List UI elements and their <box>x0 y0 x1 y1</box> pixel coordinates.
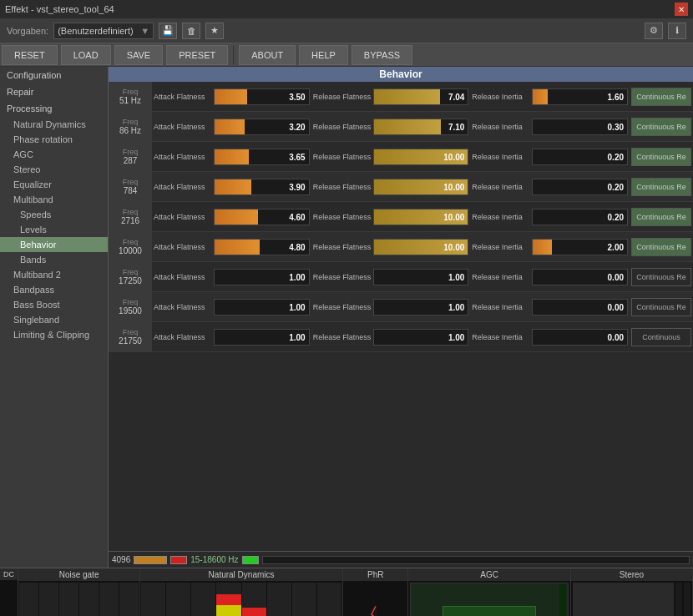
sidebar-item-limiting-&-clipping[interactable]: Limiting & Clipping <box>0 327 108 342</box>
preset-save-button[interactable]: 💾 <box>159 23 177 39</box>
continuous-btn-2[interactable]: Continuous Re <box>631 148 691 166</box>
sidebar-item-processing[interactable]: Processing <box>0 100 108 117</box>
ctrl-val-attack-1: 3.20 <box>289 122 305 131</box>
ctrl-bar-release-2[interactable]: 10.00 <box>373 149 469 165</box>
sidebar-item-stereo[interactable]: Stereo <box>0 162 108 177</box>
freq-left-indicator[interactable] <box>134 556 167 564</box>
ctrl-bar-attack-0[interactable]: 3.50 <box>214 88 310 105</box>
ctrl-bar-release-8[interactable]: 1.00 <box>373 329 469 346</box>
meter-nd-body <box>140 581 342 616</box>
dropdown-arrow-icon: ▼ <box>140 26 149 36</box>
sidebar-item-multiband-2[interactable]: Multiband 2 <box>0 267 108 282</box>
nd-col5 <box>242 583 266 616</box>
continuous-btn-4[interactable]: Continuous Re <box>631 208 691 226</box>
ctrl-bar-attack-8[interactable]: 1.00 <box>214 329 310 346</box>
ctrl-val-attack-5: 4.80 <box>289 242 305 251</box>
sidebar-item-singleband[interactable]: Singleband <box>0 312 108 327</box>
continuous-btn-8[interactable]: Continuous <box>631 328 691 346</box>
continuous-btn-3[interactable]: Continuous Re <box>631 178 691 196</box>
sidebar-item-configuration[interactable]: Configuration <box>0 67 108 83</box>
sidebar-item-phase-rotation[interactable]: Phase rotation <box>0 132 108 147</box>
band-grid: Freq51 HzAttack Flatness3.50Release Flat… <box>109 82 693 551</box>
continuous-btn-1[interactable]: Continuous Re <box>631 118 691 136</box>
meter-stereo: Stereo <box>571 568 693 616</box>
agc-bars <box>411 583 568 616</box>
ctrl-bar-attack-1[interactable]: 3.20 <box>214 119 310 135</box>
ctrl-bar-release-6[interactable]: 1.00 <box>373 269 469 285</box>
ctrl-bar-attack-2[interactable]: 3.65 <box>214 149 310 165</box>
freq-range-display: 15-18600 Hz <box>190 555 238 564</box>
ctrl-bar-attack-5[interactable]: 4.80 <box>214 239 310 255</box>
stereo-main <box>573 583 674 616</box>
ctrl-release-6: Release Flatness1.00 <box>311 267 471 287</box>
continuous-btn-5[interactable]: Continuous Re <box>631 238 691 256</box>
continuous-btn-7[interactable]: Continuous Re <box>631 298 691 316</box>
freq-label-2: Freq287 <box>109 142 152 171</box>
ctrl-label-release-3: Release Flatness <box>313 183 372 191</box>
ctrl-bar-inertia-5[interactable]: 2.00 <box>532 239 628 255</box>
settings-button[interactable]: ⚙ <box>645 23 663 39</box>
ctrl-bar-release-1[interactable]: 7.10 <box>373 119 469 135</box>
ctrl-bar-release-3[interactable]: 10.00 <box>373 179 469 195</box>
freq-label-3: Freq784 <box>109 172 152 201</box>
ctrl-val-attack-8: 1.00 <box>289 332 305 341</box>
sidebar-item-behavior[interactable]: Behavior <box>0 237 108 252</box>
sidebar-item-multiband[interactable]: Multiband <box>0 192 108 207</box>
bypass-button[interactable]: BYPASS <box>352 45 412 65</box>
sidebar-item-repair[interactable]: Repair <box>0 83 108 100</box>
info-button[interactable]: ℹ <box>668 23 686 39</box>
continuous-btn-6[interactable]: Continuous Re <box>631 268 691 286</box>
ctrl-val-inertia-5: 2.00 <box>608 242 624 251</box>
freq-bar-track[interactable] <box>262 556 690 564</box>
band-row-4: Freq2716Attack Flatness4.60Release Flatn… <box>109 202 693 232</box>
continuous-btn-0[interactable]: Continuous Re <box>631 88 691 106</box>
sidebar-item-natural-dynamics[interactable]: Natural Dynamics <box>0 117 108 132</box>
ctrl-bar-attack-7[interactable]: 1.00 <box>214 299 310 316</box>
sidebar-item-bass-boost[interactable]: Bass Boost <box>0 297 108 312</box>
ctrl-label-inertia-6: Release Inertia <box>472 273 530 281</box>
sidebar-item-bands[interactable]: Bands <box>0 252 108 267</box>
ctrl-bar-attack-4[interactable]: 4.60 <box>214 209 310 225</box>
help-button[interactable]: HELP <box>299 45 348 65</box>
ctrl-label-release-4: Release Flatness <box>313 213 372 221</box>
meter-phr-title: PhR <box>343 568 407 581</box>
presets-dropdown[interactable]: (Benutzerdefiniert) ▼ <box>53 23 154 39</box>
ctrl-bar-inertia-8[interactable]: 0.00 <box>532 329 628 346</box>
ctrl-bar-inertia-2[interactable]: 0.20 <box>532 149 628 165</box>
ctrl-bar-inertia-7[interactable]: 0.00 <box>532 299 628 316</box>
presets-label: Vorgaben: <box>7 26 48 36</box>
ctrl-inertia-1: Release Inertia0.30 <box>470 117 630 137</box>
ctrl-bar-inertia-3[interactable]: 0.20 <box>532 179 628 195</box>
preset-button[interactable]: PRESET <box>166 45 228 65</box>
sidebar-item-bandpass[interactable]: Bandpass <box>0 282 108 297</box>
meter-dc-body <box>0 580 18 616</box>
preset-delete-button[interactable]: 🗑 <box>182 23 200 39</box>
ctrl-label-attack-8: Attack Flatness <box>154 333 212 341</box>
save-button[interactable]: SAVE <box>114 45 164 65</box>
ctrl-bar-inertia-6[interactable]: 0.00 <box>532 269 628 285</box>
ctrl-bar-release-4[interactable]: 10.00 <box>373 209 469 225</box>
ctrl-bar-inertia-1[interactable]: 0.30 <box>532 119 628 135</box>
sidebar-item-equalizer[interactable]: Equalizer <box>0 177 108 192</box>
sidebar-item-agc[interactable]: AGC <box>0 147 108 162</box>
ctrl-bar-release-7[interactable]: 1.00 <box>373 299 469 316</box>
ctrl-bar-inertia-0[interactable]: 1.60 <box>532 88 628 105</box>
ctrl-label-inertia-1: Release Inertia <box>472 123 530 131</box>
about-button[interactable]: ABOUT <box>239 45 296 65</box>
close-button[interactable]: ✕ <box>675 3 688 16</box>
sidebar-item-levels[interactable]: Levels <box>0 222 108 237</box>
ctrl-attack-7: Attack Flatness1.00 <box>152 297 311 317</box>
ctrl-release-0: Release Flatness7.04 <box>311 87 471 107</box>
sidebar-item-speeds[interactable]: Speeds <box>0 207 108 222</box>
ctrl-bar-attack-6[interactable]: 1.00 <box>214 269 310 285</box>
meter-phr: PhR <box>343 568 408 616</box>
ctrl-bar-attack-3[interactable]: 3.90 <box>214 179 310 195</box>
ctrl-bar-release-0[interactable]: 7.04 <box>373 88 469 105</box>
ctrl-bar-release-5[interactable]: 10.00 <box>373 239 469 255</box>
ctrl-bar-inertia-4[interactable]: 0.20 <box>532 209 628 225</box>
agc-inner <box>443 606 537 616</box>
load-button[interactable]: LOAD <box>61 45 111 65</box>
reset-button[interactable]: RESET <box>2 45 58 65</box>
preset-star-button[interactable]: ★ <box>205 23 224 39</box>
ctrl-val-release-6: 1.00 <box>448 272 464 281</box>
